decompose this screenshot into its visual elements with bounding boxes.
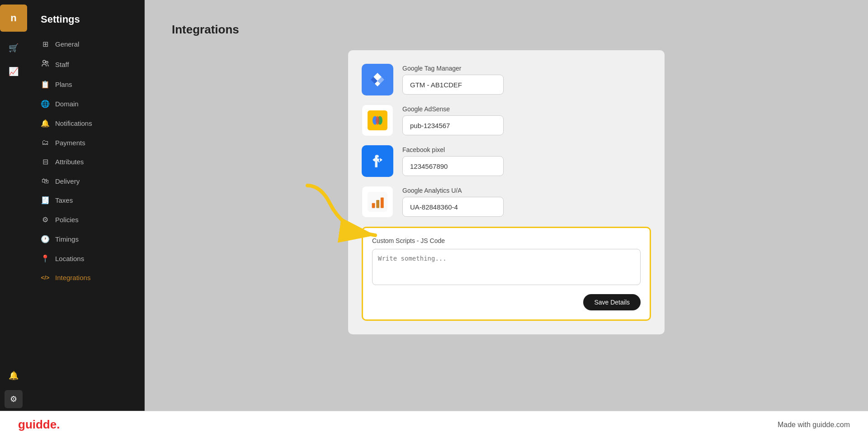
analytics-input[interactable] — [402, 197, 504, 217]
sidebar-item-label: Attributes — [55, 158, 84, 166]
sidebar-item-label: General — [55, 40, 79, 48]
payments-icon: 🗂 — [41, 138, 50, 147]
sidebar-item-delivery[interactable]: 🛍 Delivery — [27, 171, 144, 190]
icon-nav: n 🛒 📈 🔔 ⚙ — [0, 0, 27, 411]
sidebar-item-payments[interactable]: 🗂 Payments — [27, 133, 144, 152]
adsense-field-wrap: Google AdSense — [402, 105, 651, 135]
sidebar-item-label: Policies — [55, 216, 79, 224]
sidebar-item-label: Notifications — [55, 119, 92, 127]
domain-icon: 🌐 — [41, 100, 50, 108]
integration-row-facebook: Facebook pixel — [362, 145, 651, 177]
delivery-icon: 🛍 — [41, 177, 50, 185]
sidebar-item-staff[interactable]: Staff — [27, 54, 144, 75]
nav-shop-icon[interactable]: 🛒 — [5, 39, 23, 57]
sidebar-item-integrations[interactable]: </> Integrations — [27, 268, 144, 287]
policies-icon: ⚙ — [41, 215, 50, 224]
taxes-icon: 🧾 — [41, 196, 50, 205]
sidebar-item-label: Delivery — [55, 177, 80, 185]
gtm-field-wrap: Google Tag Manager — [402, 65, 651, 95]
save-btn-wrap: Save Details — [372, 294, 641, 310]
plans-icon: 📋 — [41, 80, 50, 89]
sidebar-item-timings[interactable]: 🕐 Timings — [27, 229, 144, 249]
attributes-icon: ⊟ — [41, 157, 50, 166]
locations-icon: 📍 — [41, 254, 50, 263]
sidebar-item-label: Staff — [55, 61, 69, 68]
facebook-input[interactable] — [402, 156, 504, 176]
svg-rect-14 — [381, 197, 384, 208]
facebook-label: Facebook pixel — [402, 146, 651, 153]
main-content: Integrations Google Tag Manager — [145, 0, 868, 411]
analytics-logo — [362, 186, 393, 218]
save-details-button[interactable]: Save Details — [583, 294, 641, 310]
sidebar-item-plans[interactable]: 📋 Plans — [27, 75, 144, 94]
sidebar-item-notifications[interactable]: 🔔 Notifications — [27, 114, 144, 133]
analytics-label: Google Analytics U/A — [402, 187, 651, 194]
integrations-card: Google Tag Manager Google AdSense — [348, 50, 665, 334]
notifications-icon: 🔔 — [41, 119, 50, 128]
svg-rect-13 — [376, 200, 379, 208]
sidebar-item-general[interactable]: ⊞ General — [27, 34, 144, 54]
sidebar-item-label: Integrations — [55, 274, 90, 281]
svg-point-6 — [376, 116, 379, 124]
general-icon: ⊞ — [41, 40, 50, 48]
sidebar-item-attributes[interactable]: ⊟ Attributes — [27, 152, 144, 171]
facebook-field-wrap: Facebook pixel — [402, 146, 651, 176]
nav-analytics-icon[interactable]: 📈 — [5, 62, 23, 81]
custom-scripts-section: Custom Scripts - JS Code Save Details — [362, 227, 651, 321]
sidebar-item-label: Domain — [55, 100, 79, 108]
sidebar-item-label: Timings — [55, 235, 79, 243]
svg-point-1 — [46, 62, 48, 64]
app-logo[interactable]: n — [0, 5, 27, 32]
integration-row-adsense: Google AdSense — [362, 105, 651, 136]
adsense-logo — [362, 105, 393, 136]
adsense-input[interactable] — [402, 115, 504, 135]
sidebar-item-locations[interactable]: 📍 Locations — [27, 249, 144, 268]
sidebar-item-policies[interactable]: ⚙ Policies — [27, 210, 144, 229]
gtm-input[interactable] — [402, 75, 504, 95]
integration-row-analytics: Google Analytics U/A — [362, 186, 651, 218]
sidebar-item-taxes[interactable]: 🧾 Taxes — [27, 190, 144, 210]
analytics-field-wrap: Google Analytics U/A — [402, 187, 651, 217]
svg-point-0 — [43, 60, 46, 63]
gtm-label: Google Tag Manager — [402, 65, 651, 72]
gtm-logo — [362, 64, 393, 95]
facebook-logo — [362, 145, 393, 177]
sidebar-item-label: Plans — [55, 81, 72, 88]
sidebar-item-label: Payments — [55, 139, 85, 147]
integration-row-gtm: Google Tag Manager — [362, 64, 651, 95]
adsense-label: Google AdSense — [402, 105, 651, 113]
staff-icon — [41, 59, 50, 69]
svg-rect-12 — [372, 203, 375, 208]
sidebar-item-label: Locations — [55, 255, 84, 262]
sidebar-item-label: Taxes — [55, 196, 73, 204]
bottom-bar: guidde. Made with guidde.com — [0, 411, 868, 438]
guidde-logo: guidde. — [18, 418, 60, 432]
sidebar-item-domain[interactable]: 🌐 Domain — [27, 94, 144, 114]
custom-scripts-label: Custom Scripts - JS Code — [372, 237, 641, 244]
sidebar-title: Settings — [27, 9, 144, 34]
timings-icon: 🕐 — [41, 235, 50, 243]
sidebar: Settings ⊞ General Staff 📋 Plans 🌐 Domai… — [27, 0, 145, 411]
custom-scripts-textarea[interactable] — [372, 249, 641, 285]
nav-bell-icon[interactable]: 🔔 — [5, 367, 23, 385]
page-title: Integrations — [172, 23, 841, 37]
integrations-icon: </> — [41, 274, 50, 281]
made-with-text: Made with guidde.com — [778, 421, 850, 429]
nav-settings-icon[interactable]: ⚙ — [5, 390, 23, 408]
